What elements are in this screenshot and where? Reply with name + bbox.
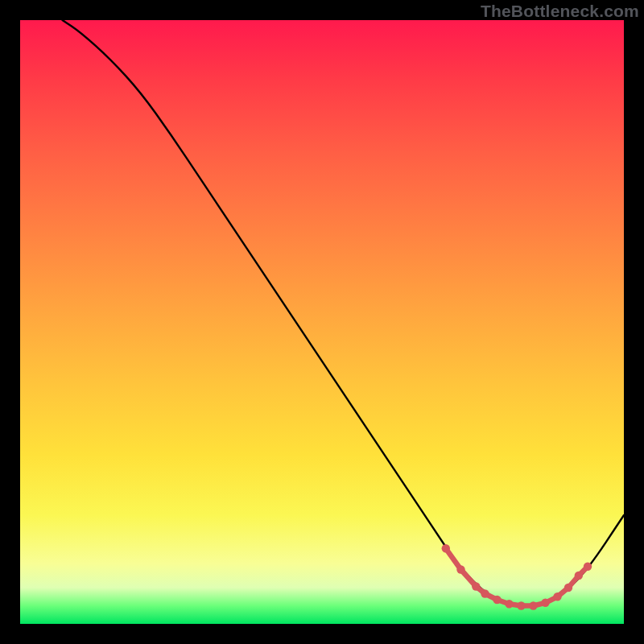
- optimal-range-point: [529, 601, 537, 609]
- optimal-range-point: [541, 599, 549, 607]
- optimal-range-point: [575, 572, 583, 580]
- optimal-range-point: [553, 592, 561, 601]
- optimal-range-point: [442, 544, 450, 552]
- watermark-text: TheBottleneck.com: [481, 2, 639, 21]
- optimal-range-line: [446, 548, 588, 605]
- optimal-range-point: [472, 582, 480, 590]
- chart-stage: TheBottleneck.com: [0, 0, 644, 644]
- optimal-range-point: [517, 601, 525, 609]
- optimal-range-point: [564, 584, 572, 592]
- optimal-range-point: [584, 563, 592, 571]
- optimal-range-point: [493, 596, 501, 604]
- optimal-range-markers: [442, 544, 592, 610]
- optimal-range-point: [481, 589, 489, 597]
- chart-plot-area: [20, 20, 624, 624]
- chart-svg: [20, 20, 624, 624]
- curve-group: [63, 20, 625, 606]
- optimal-range-point: [505, 600, 513, 608]
- optimal-range-point: [456, 565, 464, 573]
- bottleneck-curve: [63, 20, 625, 606]
